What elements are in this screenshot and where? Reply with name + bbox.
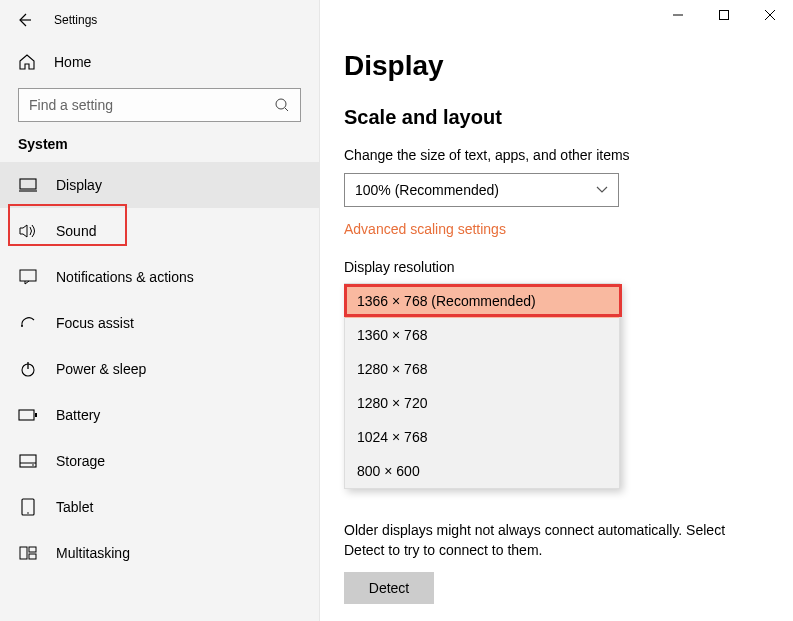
resolution-option[interactable]: 800 × 600	[345, 454, 619, 488]
svg-rect-16	[20, 547, 27, 559]
svg-point-15	[27, 512, 29, 514]
sidebar-item-focus-assist[interactable]: Focus assist	[0, 300, 319, 346]
sidebar-item-label: Battery	[56, 407, 100, 423]
svg-rect-20	[720, 11, 729, 20]
svg-rect-5	[20, 270, 36, 281]
sidebar-item-label: Notifications & actions	[56, 269, 194, 285]
focus-assist-icon	[18, 314, 38, 332]
multitasking-icon	[18, 546, 38, 560]
sidebar-item-label: Multitasking	[56, 545, 130, 561]
storage-icon	[18, 454, 38, 468]
nav-list: Display Sound Notifications & actions Fo…	[0, 162, 319, 576]
notifications-icon	[18, 269, 38, 285]
titlebar: Settings	[0, 0, 319, 40]
resolution-label: Display resolution	[344, 259, 769, 275]
sidebar-item-display[interactable]: Display	[0, 162, 319, 208]
svg-line-2	[285, 108, 288, 111]
window-controls	[655, 0, 793, 30]
section-header-system: System	[0, 136, 319, 162]
main-content: Display Scale and layout Change the size…	[320, 0, 793, 621]
sidebar-item-storage[interactable]: Storage	[0, 438, 319, 484]
resolution-dropdown[interactable]: 1366 × 768 (Recommended) 1360 × 768 1280…	[344, 283, 769, 489]
window-title: Settings	[54, 13, 97, 27]
sidebar-item-notifications[interactable]: Notifications & actions	[0, 254, 319, 300]
nav-home-label: Home	[54, 54, 91, 70]
sound-icon	[18, 223, 38, 239]
sidebar-item-multitasking[interactable]: Multitasking	[0, 530, 319, 576]
close-button[interactable]	[747, 0, 793, 30]
advanced-scaling-link[interactable]: Advanced scaling settings	[344, 221, 769, 237]
resolution-option[interactable]: 1280 × 720	[345, 386, 619, 420]
sidebar-item-sound[interactable]: Sound	[0, 208, 319, 254]
resolution-option[interactable]: 1280 × 768	[345, 352, 619, 386]
resolution-option[interactable]: 1024 × 768	[345, 420, 619, 454]
resolution-options-list: 1366 × 768 (Recommended) 1360 × 768 1280…	[344, 283, 620, 489]
svg-rect-10	[35, 413, 37, 417]
search-icon	[274, 97, 290, 113]
sidebar-item-tablet[interactable]: Tablet	[0, 484, 319, 530]
svg-rect-18	[29, 554, 36, 559]
settings-sidebar: Settings Home System Display	[0, 0, 320, 621]
tablet-icon	[18, 498, 38, 516]
sidebar-item-battery[interactable]: Battery	[0, 392, 319, 438]
svg-point-6	[21, 325, 23, 327]
svg-rect-3	[20, 179, 36, 189]
chevron-down-icon	[596, 186, 608, 194]
sidebar-item-label: Sound	[56, 223, 96, 239]
sidebar-item-power[interactable]: Power & sleep	[0, 346, 319, 392]
svg-rect-9	[19, 410, 34, 420]
section-scale-layout: Scale and layout	[344, 106, 769, 129]
search-input[interactable]	[18, 88, 301, 122]
back-icon[interactable]	[16, 12, 36, 28]
page-title: Display	[344, 50, 769, 82]
minimize-button[interactable]	[655, 0, 701, 30]
scale-label: Change the size of text, apps, and other…	[344, 147, 769, 163]
scale-value: 100% (Recommended)	[355, 182, 499, 198]
maximize-button[interactable]	[701, 0, 747, 30]
nav-home[interactable]: Home	[0, 40, 319, 84]
sidebar-item-label: Display	[56, 177, 102, 193]
older-displays-text: Older displays might not always connect …	[344, 521, 769, 560]
scale-combo[interactable]: 100% (Recommended)	[344, 173, 619, 207]
sidebar-item-label: Storage	[56, 453, 105, 469]
sidebar-item-label: Power & sleep	[56, 361, 146, 377]
power-icon	[18, 361, 38, 377]
sidebar-item-label: Tablet	[56, 499, 93, 515]
search-field[interactable]	[29, 97, 274, 113]
detect-label: Detect	[369, 580, 409, 596]
detect-button[interactable]: Detect	[344, 572, 434, 604]
battery-icon	[18, 409, 38, 421]
svg-rect-17	[29, 547, 36, 552]
sidebar-item-label: Focus assist	[56, 315, 134, 331]
svg-point-13	[32, 464, 34, 466]
svg-point-1	[276, 99, 286, 109]
display-icon	[18, 178, 38, 192]
home-icon	[18, 53, 36, 71]
resolution-option[interactable]: 1360 × 768	[345, 318, 619, 352]
resolution-option[interactable]: 1366 × 768 (Recommended)	[345, 284, 619, 318]
